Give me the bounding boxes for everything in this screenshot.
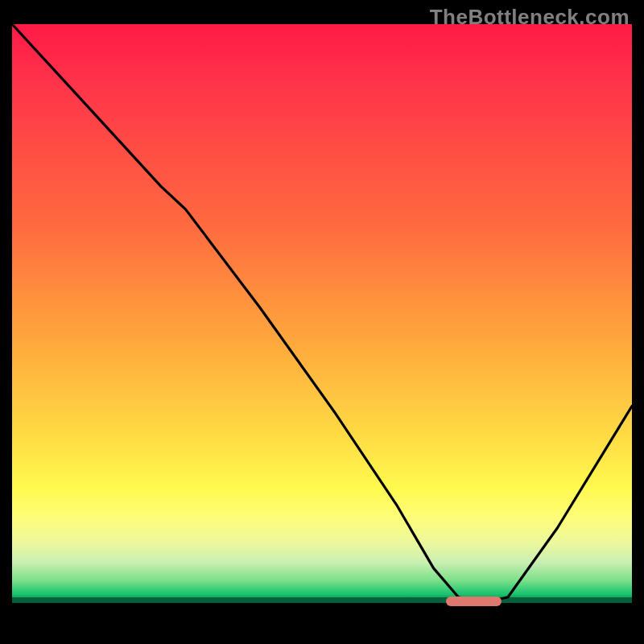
- optimal-range-marker: [446, 597, 502, 606]
- watermark-text: TheBottleneck.com: [430, 5, 630, 30]
- plot-area: [12, 24, 632, 632]
- chart-root: TheBottleneck.com: [0, 0, 644, 644]
- bottleneck-curve: [12, 24, 632, 603]
